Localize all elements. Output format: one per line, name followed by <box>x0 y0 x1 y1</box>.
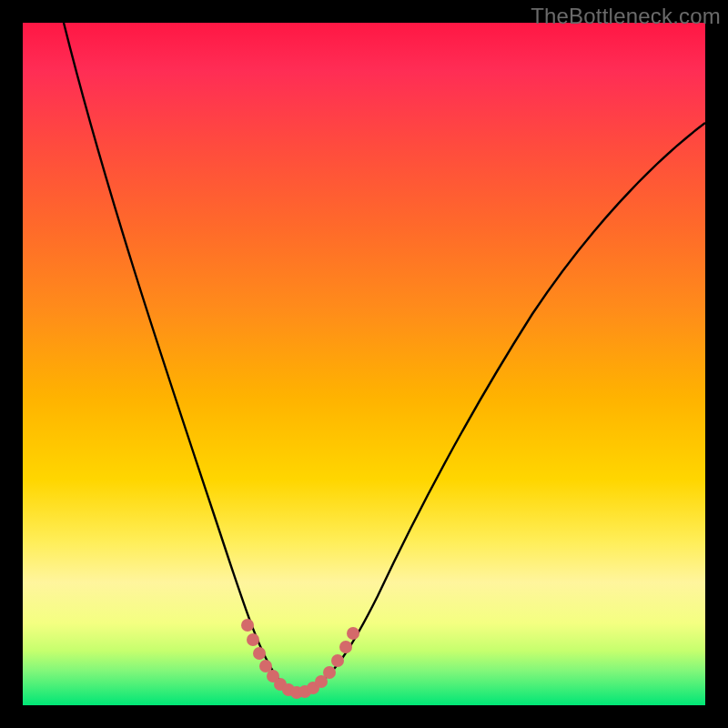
svg-point-1 <box>247 633 259 646</box>
watermark-text: TheBottleneck.com <box>531 4 721 29</box>
curve-svg <box>23 23 705 705</box>
svg-point-0 <box>241 619 254 632</box>
svg-point-12 <box>331 654 344 667</box>
plot-area <box>23 23 705 705</box>
svg-point-2 <box>253 647 266 660</box>
svg-point-14 <box>347 627 359 640</box>
svg-point-13 <box>339 641 352 653</box>
chart-stage: TheBottleneck.com <box>0 0 728 728</box>
bottleneck-curve <box>64 23 705 691</box>
optimum-region-markers <box>241 619 359 699</box>
svg-point-11 <box>323 666 336 679</box>
